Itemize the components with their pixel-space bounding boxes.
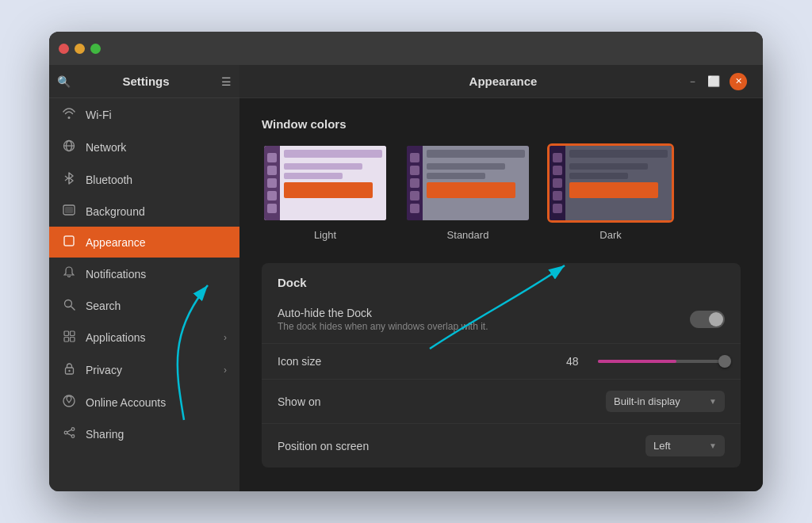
preview-bar2 — [569, 182, 658, 198]
slider-fill — [598, 360, 676, 363]
sidebar-item-online-accounts[interactable]: Online Accounts — [49, 386, 239, 418]
iconsize-label: Icon size — [278, 355, 422, 368]
search-icon: 🔍 — [57, 75, 71, 88]
sidebar-item-label-online-accounts: Online Accounts — [86, 396, 227, 409]
dock-icon — [267, 178, 277, 188]
applications-icon — [62, 330, 76, 345]
dock-icon — [553, 178, 562, 188]
autohide-label-group: Auto-hide the Dock The dock hides when a… — [278, 307, 488, 332]
dock-icon — [410, 191, 419, 200]
applications-chevron-icon: › — [224, 332, 227, 343]
dock-row-showon: Show on Built-in display ▼ — [262, 380, 741, 424]
sidebar-header: 🔍 Settings ☰ — [49, 65, 239, 98]
sidebar-item-wifi[interactable]: Wi-Fi — [49, 98, 239, 131]
autohide-sublabel: The dock hides when any windows overlap … — [278, 321, 488, 332]
sidebar-item-applications[interactable]: Applications › — [49, 322, 239, 353]
svg-point-18 — [64, 431, 67, 434]
sidebar-item-label-wifi: Wi-Fi — [86, 109, 227, 121]
search-item-icon — [62, 299, 76, 313]
appearance-icon — [62, 235, 76, 249]
showon-label: Show on — [278, 395, 442, 408]
menu-icon[interactable]: ☰ — [221, 75, 232, 88]
svg-rect-12 — [64, 338, 69, 342]
dock-icon — [410, 166, 419, 175]
position-value: Left — [653, 440, 671, 452]
minimize-button[interactable] — [75, 44, 85, 54]
sidebar-item-label-applications: Applications — [86, 331, 214, 344]
sidebar-item-search[interactable]: Search — [49, 290, 239, 322]
window-controls: － ⬜ ✕ — [688, 73, 747, 90]
maximize-win-icon[interactable]: ⬜ — [707, 75, 720, 87]
toggle-knob — [709, 312, 723, 326]
sidebar-item-privacy[interactable]: Privacy › — [49, 353, 239, 386]
theme-preview-dark[interactable] — [547, 143, 674, 223]
sidebar: 🔍 Settings ☰ Wi-Fi — [49, 65, 239, 491]
sidebar-item-label-bluetooth: Bluetooth — [86, 174, 227, 186]
sidebar-title: Settings — [77, 74, 215, 88]
traffic-lights — [59, 44, 101, 54]
network-icon — [62, 139, 76, 155]
content-header: Appearance － ⬜ ✕ — [239, 65, 763, 98]
position-dropdown-arrow: ▼ — [709, 441, 717, 450]
svg-rect-6 — [65, 207, 73, 213]
theme-card-light[interactable]: Light — [262, 143, 389, 241]
dock-row-autohide: Auto-hide the Dock The dock hides when a… — [262, 296, 741, 344]
dock-row-iconsize: Icon size 48 — [262, 344, 741, 380]
content-title: Appearance — [319, 74, 688, 88]
theme-preview-standard[interactable] — [404, 143, 531, 223]
preview-bar1 — [569, 163, 648, 170]
svg-point-17 — [71, 435, 75, 438]
theme-card-dark[interactable]: Dark — [547, 143, 674, 241]
position-dropdown[interactable]: Left ▼ — [645, 435, 725, 456]
bluetooth-icon — [62, 172, 76, 187]
dock-section-title: Dock — [262, 263, 741, 296]
svg-point-16 — [71, 428, 75, 431]
sidebar-item-appearance[interactable]: Appearance — [49, 227, 239, 258]
close-win-button[interactable]: ✕ — [730, 73, 747, 90]
sidebar-item-network[interactable]: Network — [49, 131, 239, 163]
iconsize-value: 48 — [566, 355, 588, 368]
dock-icon — [410, 204, 419, 213]
preview-bar2 — [284, 182, 373, 198]
theme-label-light: Light — [314, 229, 336, 241]
sidebar-item-notifications[interactable]: Notifications — [49, 258, 239, 290]
dock-icon — [410, 178, 419, 188]
window-wrapper: 🔍 Settings ☰ Wi-Fi — [49, 32, 763, 491]
slider-thumb[interactable] — [718, 355, 731, 368]
preview-titlebar — [569, 150, 668, 158]
minimize-win-icon[interactable]: － — [688, 74, 698, 89]
showon-value: Built-in display — [614, 395, 680, 407]
dock-section: Dock Auto-hide the Dock The dock hides w… — [262, 263, 741, 468]
preview-bar2 — [427, 182, 515, 198]
preview-titlebar — [427, 150, 525, 158]
svg-point-8 — [64, 300, 71, 307]
dock-icon — [553, 204, 562, 213]
theme-label-dark: Dark — [599, 229, 621, 241]
showon-dropdown[interactable]: Built-in display ▼ — [606, 391, 725, 412]
settings-window: 🔍 Settings ☰ Wi-Fi — [49, 32, 763, 491]
theme-label-standard: Standard — [447, 229, 489, 241]
sidebar-item-background[interactable]: Background — [49, 196, 239, 227]
sidebar-item-sharing[interactable]: Sharing — [49, 418, 239, 449]
sidebar-item-label-network: Network — [86, 141, 227, 154]
theme-card-standard[interactable]: Standard — [404, 143, 531, 241]
sharing-icon — [62, 427, 76, 441]
dock-icon — [553, 166, 562, 175]
content-body: Window colors — [239, 98, 763, 487]
sidebar-item-label-privacy: Privacy — [86, 364, 214, 376]
sidebar-item-bluetooth[interactable]: Bluetooth — [49, 163, 239, 196]
preview-titlebar — [284, 150, 382, 158]
svg-line-9 — [71, 307, 75, 310]
iconsize-slider[interactable] — [598, 360, 725, 363]
window-colors-label: Window colors — [262, 117, 741, 131]
autohide-toggle[interactable] — [690, 311, 725, 328]
main-area: 🔍 Settings ☰ Wi-Fi — [49, 65, 763, 491]
content-area: Appearance － ⬜ ✕ Window colors — [239, 65, 763, 491]
close-button[interactable] — [59, 44, 69, 54]
wifi-icon — [62, 107, 76, 122]
theme-preview-light[interactable] — [262, 143, 389, 223]
maximize-button[interactable] — [90, 44, 101, 54]
privacy-chevron-icon: › — [224, 365, 227, 376]
preview-bar1b — [427, 173, 485, 179]
svg-rect-7 — [64, 236, 74, 246]
